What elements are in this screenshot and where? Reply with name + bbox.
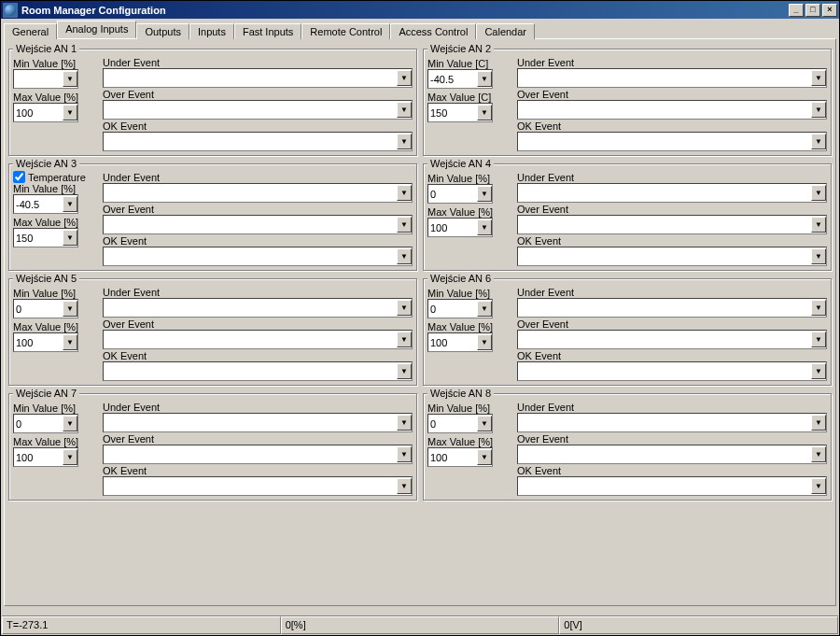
channel-1-min-combo[interactable]: ▼	[13, 69, 78, 89]
channel-3-under-combo[interactable]: ▼	[103, 183, 413, 203]
chevron-down-icon[interactable]: ▼	[811, 363, 826, 379]
channel-7-max-combo[interactable]: ▼	[13, 447, 78, 467]
channel-2-max-combo[interactable]: ▼	[427, 103, 493, 122]
channel-5-max-combo-input[interactable]	[14, 334, 63, 350]
channel-5-under-combo-input[interactable]	[104, 300, 397, 316]
channel-8-over-combo[interactable]: ▼	[517, 445, 827, 464]
channel-1-under-combo[interactable]: ▼	[103, 68, 413, 88]
channel-7-ok-combo[interactable]: ▼	[103, 476, 413, 496]
chevron-down-icon[interactable]: ▼	[477, 449, 492, 465]
chevron-down-icon[interactable]: ▼	[811, 446, 826, 462]
chevron-down-icon[interactable]: ▼	[397, 217, 412, 233]
chevron-down-icon[interactable]: ▼	[397, 300, 412, 316]
channel-1-max-combo[interactable]: ▼	[13, 103, 78, 122]
close-button[interactable]: ×	[822, 4, 837, 17]
channel-8-min-combo[interactable]: ▼	[427, 414, 493, 433]
channel-6-ok-combo-input[interactable]	[518, 363, 811, 379]
channel-3-max-combo[interactable]: ▼	[13, 228, 78, 247]
channel-3-under-combo-input[interactable]	[104, 185, 397, 201]
tab-analog-inputs[interactable]: Analog Inputs	[57, 21, 136, 38]
channel-7-min-combo-input[interactable]	[14, 416, 63, 431]
channel-5-over-combo[interactable]: ▼	[103, 330, 413, 349]
chevron-down-icon[interactable]: ▼	[811, 415, 826, 431]
channel-5-min-combo[interactable]: ▼	[13, 299, 78, 318]
channel-4-over-combo-input[interactable]	[518, 217, 811, 233]
channel-2-min-combo[interactable]: ▼	[427, 69, 493, 89]
channel-5-min-combo-input[interactable]	[14, 301, 63, 317]
channel-1-ok-combo-input[interactable]	[104, 134, 397, 149]
channel-2-ok-combo-input[interactable]	[518, 134, 811, 149]
minimize-button[interactable]: _	[789, 4, 804, 17]
channel-7-over-combo-input[interactable]	[104, 446, 397, 462]
channel-8-ok-combo[interactable]: ▼	[517, 476, 827, 496]
chevron-down-icon[interactable]: ▼	[811, 134, 826, 149]
chevron-down-icon[interactable]: ▼	[811, 248, 826, 264]
channel-7-min-combo[interactable]: ▼	[13, 414, 78, 433]
chevron-down-icon[interactable]: ▼	[397, 363, 412, 379]
channel-2-min-combo-input[interactable]	[428, 71, 477, 87]
channel-4-ok-combo-input[interactable]	[518, 248, 811, 264]
chevron-down-icon[interactable]: ▼	[811, 300, 826, 316]
channel-8-under-combo-input[interactable]	[518, 415, 811, 431]
channel-1-max-combo-input[interactable]	[14, 105, 63, 120]
channel-5-under-combo[interactable]: ▼	[103, 298, 413, 318]
channel-3-over-combo-input[interactable]	[104, 217, 397, 233]
channel-3-ok-combo[interactable]: ▼	[103, 247, 413, 266]
channel-2-over-combo[interactable]: ▼	[517, 100, 827, 120]
channel-4-max-combo-input[interactable]	[428, 219, 477, 235]
channel-8-max-combo-input[interactable]	[428, 449, 477, 465]
chevron-down-icon[interactable]: ▼	[477, 105, 492, 120]
chevron-down-icon[interactable]: ▼	[63, 449, 77, 465]
channel-6-under-combo[interactable]: ▼	[517, 298, 827, 318]
chevron-down-icon[interactable]: ▼	[477, 186, 492, 202]
chevron-down-icon[interactable]: ▼	[63, 105, 77, 120]
chevron-down-icon[interactable]: ▼	[63, 416, 77, 431]
channel-8-min-combo-input[interactable]	[428, 416, 477, 431]
temperature-checkbox-input[interactable]	[13, 171, 25, 183]
chevron-down-icon[interactable]: ▼	[477, 416, 492, 431]
chevron-down-icon[interactable]: ▼	[811, 478, 826, 494]
channel-6-over-combo[interactable]: ▼	[517, 330, 827, 349]
chevron-down-icon[interactable]: ▼	[811, 102, 826, 118]
channel-3-over-combo[interactable]: ▼	[103, 215, 413, 234]
chevron-down-icon[interactable]: ▼	[477, 71, 492, 87]
channel-3-min-combo[interactable]: ▼	[13, 194, 78, 214]
tab-remote-control[interactable]: Remote Control	[301, 23, 390, 39]
channel-5-max-combo[interactable]: ▼	[13, 332, 78, 352]
channel-1-min-combo-input[interactable]	[14, 71, 63, 87]
chevron-down-icon[interactable]: ▼	[811, 332, 826, 347]
channel-2-ok-combo[interactable]: ▼	[517, 132, 827, 151]
chevron-down-icon[interactable]: ▼	[63, 334, 77, 350]
chevron-down-icon[interactable]: ▼	[397, 415, 412, 431]
channel-6-over-combo-input[interactable]	[518, 332, 811, 347]
channel-1-over-combo-input[interactable]	[104, 102, 397, 118]
chevron-down-icon[interactable]: ▼	[397, 134, 412, 149]
channel-4-under-combo-input[interactable]	[518, 185, 811, 201]
channel-7-under-combo[interactable]: ▼	[103, 413, 413, 432]
channel-6-ok-combo[interactable]: ▼	[517, 361, 827, 381]
channel-1-ok-combo[interactable]: ▼	[103, 132, 413, 151]
tab-inputs[interactable]: Inputs	[189, 23, 234, 39]
channel-5-ok-combo[interactable]: ▼	[103, 361, 413, 381]
chevron-down-icon[interactable]: ▼	[63, 301, 77, 317]
channel-7-max-combo-input[interactable]	[14, 449, 63, 465]
tab-general[interactable]: General	[4, 23, 57, 39]
channel-6-max-combo[interactable]: ▼	[427, 332, 493, 352]
chevron-down-icon[interactable]: ▼	[397, 185, 412, 201]
chevron-down-icon[interactable]: ▼	[811, 70, 826, 86]
channel-4-min-combo[interactable]: ▼	[427, 184, 493, 204]
channel-8-under-combo[interactable]: ▼	[517, 413, 827, 432]
channel-6-under-combo-input[interactable]	[518, 300, 811, 316]
channel-4-over-combo[interactable]: ▼	[517, 215, 827, 234]
channel-3-min-combo-input[interactable]	[14, 196, 63, 212]
channel-8-max-combo[interactable]: ▼	[427, 447, 493, 467]
chevron-down-icon[interactable]: ▼	[397, 332, 412, 347]
channel-3-temperature-checkbox[interactable]: Temperature	[13, 171, 95, 183]
tab-fast-inputs[interactable]: Fast Inputs	[234, 23, 301, 39]
channel-5-ok-combo-input[interactable]	[104, 363, 397, 379]
chevron-down-icon[interactable]: ▼	[397, 446, 412, 462]
tab-outputs[interactable]: Outputs	[136, 23, 189, 39]
channel-1-under-combo-input[interactable]	[104, 70, 397, 86]
chevron-down-icon[interactable]: ▼	[477, 334, 492, 350]
channel-3-ok-combo-input[interactable]	[104, 248, 397, 264]
